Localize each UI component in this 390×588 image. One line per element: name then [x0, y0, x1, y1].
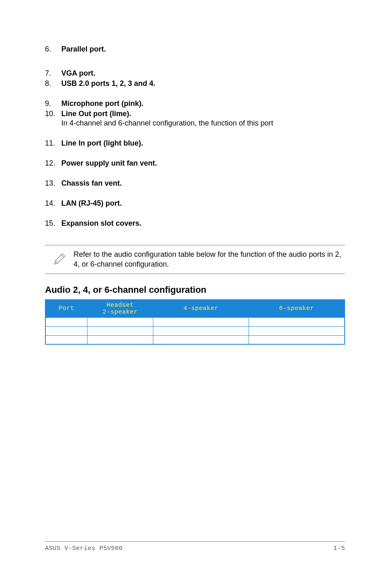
- pencil-note-icon: [45, 249, 74, 267]
- item-label: VGA port.: [61, 69, 95, 78]
- item-number: 6.: [45, 45, 61, 54]
- item-number: 15.: [45, 219, 61, 228]
- item-label: Chassis fan vent.: [61, 179, 122, 188]
- list-item-14: 14. LAN (RJ-45) port.: [45, 199, 345, 208]
- table-header-headset: Headset 2-speaker: [87, 300, 153, 318]
- item-label: Line Out port (lime).: [61, 110, 131, 118]
- section-title: Audio 2, 4, or 6-channel configuration: [45, 285, 345, 295]
- list-item-12: 12. Power supply unit fan vent.: [45, 159, 345, 168]
- table-header-port: Port: [45, 300, 87, 318]
- table-header-4speaker: 4-speaker: [153, 300, 249, 318]
- list-item-8: 8. USB 2.0 ports 1, 2, 3 and 4.: [45, 79, 345, 88]
- item-label: Power supply unit fan vent.: [61, 159, 157, 168]
- list-item-6: 6. Parallel port.: [45, 45, 345, 54]
- table-row: [45, 326, 345, 335]
- table-header-6speaker: 6-speaker: [249, 300, 345, 318]
- table-row: [45, 335, 345, 344]
- list-item-13: 13. Chassis fan vent.: [45, 179, 345, 188]
- table-row: [45, 317, 345, 326]
- item-number: 9.: [45, 99, 61, 108]
- note-box: Refer to the audio configuration table b…: [45, 245, 345, 274]
- item-number: 7.: [45, 69, 61, 78]
- page-footer: ASUS V-Series P5V900 1-5: [45, 541, 345, 552]
- item-number: 10.: [45, 110, 61, 118]
- list-item-9: 9. Microphone port (pink).: [45, 99, 345, 108]
- item-number: 14.: [45, 199, 61, 208]
- footer-page-number: 1-5: [333, 545, 345, 552]
- item-label: LAN (RJ-45) port.: [61, 199, 122, 208]
- item-label: Line In port (light blue).: [61, 139, 143, 148]
- list-item-15: 15. Expansion slot covers.: [45, 219, 345, 228]
- item-number: 12.: [45, 159, 61, 168]
- note-text: Refer to the audio configuration table b…: [74, 249, 345, 269]
- list-item-11: 11. Line In port (light blue).: [45, 139, 345, 148]
- item-label: Parallel port.: [61, 45, 106, 54]
- item-number: 11.: [45, 139, 61, 148]
- item-label: Expansion slot covers.: [61, 219, 141, 228]
- item-label: Microphone port (pink).: [61, 99, 143, 108]
- list-item-10: 10. Line Out port (lime).: [45, 110, 345, 118]
- svg-line-0: [61, 255, 64, 258]
- list-item-7: 7. VGA port.: [45, 69, 345, 78]
- item-label: USB 2.0 ports 1, 2, 3 and 4.: [61, 79, 155, 88]
- item-number: 13.: [45, 179, 61, 188]
- footer-product: ASUS V-Series P5V900: [45, 545, 123, 552]
- item-number: 8.: [45, 79, 61, 88]
- item-subtext: In 4-channel and 6-channel configuration…: [61, 119, 345, 128]
- audio-config-table: Port Headset 2-speaker 4-speaker 6-speak…: [45, 299, 345, 345]
